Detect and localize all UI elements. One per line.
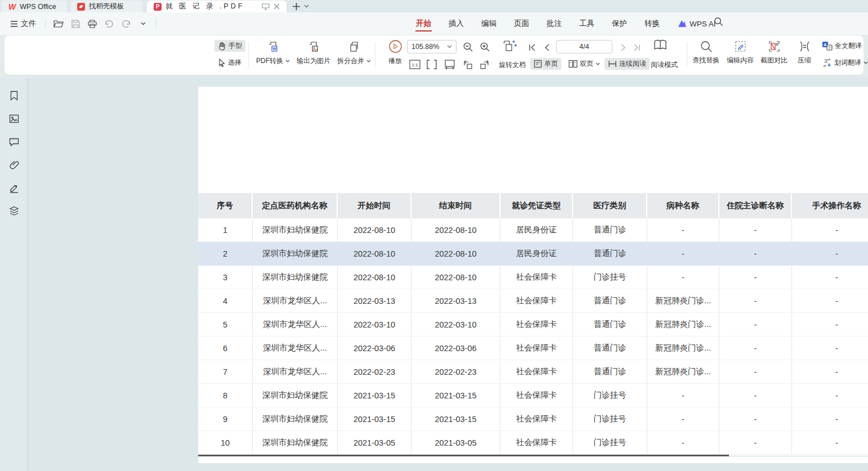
- wps-pdf-window: W WPS Office 找稻壳模板 P 就 医 记 录 .PDF: [0, 0, 868, 471]
- last-page-button[interactable]: [630, 41, 643, 53]
- rotate-right-icon[interactable]: [478, 58, 491, 70]
- zoom-out-button[interactable]: [462, 41, 474, 53]
- table-row[interactable]: 3深圳市妇幼保健院2022-08-102022-08-10社会保障卡门诊挂号--…: [198, 266, 868, 289]
- table-row[interactable]: 7深圳市龙华区人...2022-02-232022-02-23社会保障卡普通门诊…: [198, 360, 868, 384]
- find-replace-button[interactable]: 查找替换: [689, 55, 723, 66]
- file-menu-button[interactable]: 文件: [7, 16, 39, 31]
- thumbnail-icon[interactable]: [6, 112, 22, 125]
- compress-button[interactable]: 压缩: [794, 55, 815, 66]
- menu-tab-annotate[interactable]: 批注: [546, 14, 562, 34]
- tab-docer-templates[interactable]: 找稻壳模板: [70, 1, 142, 12]
- redo-button[interactable]: [119, 17, 133, 30]
- comment-icon[interactable]: [6, 135, 22, 149]
- attachment-icon[interactable]: [6, 158, 22, 172]
- zoom-level-select[interactable]: 105.88%: [407, 40, 457, 53]
- single-page-icon: [534, 60, 542, 68]
- table-cell: 门诊挂号: [573, 384, 647, 407]
- menu-tab-insert[interactable]: 插入: [448, 14, 464, 34]
- signature-pen-icon[interactable]: [6, 181, 22, 195]
- table-cell: 居民身份证: [500, 242, 573, 266]
- replace-pages-icon[interactable]: [501, 39, 518, 53]
- column-header: 开始时间: [338, 193, 411, 218]
- tab-document-active[interactable]: P 就 医 记 录 .PDF: [147, 1, 287, 12]
- divider: [45, 19, 46, 29]
- menu-tab-convert[interactable]: 转换: [644, 14, 660, 34]
- table-cell: -: [647, 218, 719, 242]
- fit-page-button[interactable]: [444, 58, 456, 70]
- double-page-button[interactable]: 双页: [565, 58, 603, 70]
- full-translate-button[interactable]: A字 全文翻译: [818, 40, 865, 52]
- close-tab-icon[interactable]: [274, 3, 280, 10]
- tab-wps-home[interactable]: W WPS Office: [2, 1, 67, 12]
- menu-tab-page[interactable]: 页面: [513, 14, 530, 34]
- menu-tab-edit[interactable]: 编辑: [481, 14, 497, 34]
- wps-ai-button[interactable]: WPS AI: [678, 20, 716, 28]
- screenshot-compare-icon: [768, 40, 781, 53]
- table-cell: -: [792, 266, 868, 289]
- new-tab-button[interactable]: [292, 2, 301, 11]
- tab-list-chevron-icon[interactable]: [304, 5, 309, 8]
- table-cell: 2022-03-06: [411, 337, 500, 360]
- table-body: 1深圳市妇幼保健院2022-08-102022-08-10居民身份证普通门诊--…: [198, 218, 868, 455]
- zoom-in-button[interactable]: [478, 41, 491, 53]
- pdf-convert-label: PDF转换: [256, 56, 283, 66]
- table-cell: 2022-03-13: [338, 289, 411, 313]
- table-row[interactable]: 5深圳市龙华区人...2022-03-102022-03-10社会保障卡普通门诊…: [198, 313, 868, 337]
- save-button[interactable]: [68, 17, 83, 30]
- previous-page-button[interactable]: [540, 41, 553, 53]
- quick-access-chevron-icon[interactable]: [136, 17, 150, 30]
- select-tool-button[interactable]: 选择: [214, 57, 245, 69]
- layers-icon[interactable]: [6, 204, 22, 218]
- read-mode-button[interactable]: 阅读模式: [647, 59, 681, 71]
- play-label: 播放: [388, 56, 402, 66]
- cursor-arrow-icon: [218, 59, 226, 67]
- table-cell: -: [792, 337, 868, 360]
- table-row[interactable]: 10深圳市妇幼保健院2021-03-052021-03-05社会保障卡门诊挂号-…: [198, 431, 868, 455]
- screenshot-compare-button[interactable]: 截图对比: [757, 55, 791, 66]
- table-row[interactable]: 1深圳市妇幼保健院2022-08-102022-08-10居民身份证普通门诊--…: [198, 218, 868, 242]
- table-cell: 8: [198, 384, 253, 407]
- single-page-button[interactable]: 单页: [530, 58, 561, 70]
- table-cell: -: [792, 384, 868, 407]
- actual-size-button[interactable]: 1:1: [409, 58, 421, 70]
- column-header: 就诊凭证类型: [500, 193, 573, 218]
- undo-button[interactable]: [102, 17, 117, 30]
- table-row[interactable]: 2深圳市妇幼保健院2022-08-102022-08-10居民身份证普通门诊--…: [198, 242, 868, 266]
- menu-tab-tools[interactable]: 工具: [579, 14, 595, 34]
- word-translate-icon: 文A: [822, 58, 832, 68]
- next-page-button[interactable]: [617, 41, 629, 53]
- table-row[interactable]: 8深圳市妇幼保健院2021-03-152021-03-15社会保障卡门诊挂号--…: [198, 384, 868, 407]
- document-title: 就 医 记 录 .PDF: [165, 2, 258, 11]
- hand-tool-button[interactable]: 手型: [214, 40, 245, 52]
- rotate-left-icon[interactable]: [462, 58, 474, 70]
- document-viewport[interactable]: 序号定点医药机构名称开始时间结束时间就诊凭证类型医疗类别病种名称住院主诊断名称手…: [28, 78, 868, 471]
- print-button[interactable]: [85, 17, 100, 30]
- split-merge-button[interactable]: 拆分合并: [334, 55, 374, 67]
- rotate-document-button[interactable]: 旋转文档: [495, 59, 529, 71]
- table-row[interactable]: 9深圳市妇幼保健院2021-03-152021-03-15社会保障卡门诊挂号--…: [198, 407, 868, 431]
- export-image-button[interactable]: 输出为图片: [293, 55, 334, 67]
- continuous-read-label: 连续阅读: [619, 59, 646, 69]
- edit-content-button[interactable]: 编辑内容: [723, 55, 757, 66]
- bookmark-icon[interactable]: [6, 89, 22, 102]
- page-number-input[interactable]: 4/4: [556, 40, 612, 53]
- open-file-button[interactable]: [51, 17, 66, 30]
- fit-width-button[interactable]: [426, 58, 438, 70]
- word-translate-button[interactable]: 文A 划词翻译: [818, 57, 868, 69]
- monitor-icon[interactable]: [262, 3, 270, 10]
- first-page-button[interactable]: [526, 41, 538, 53]
- pdf-convert-icon: W: [266, 40, 280, 53]
- find-replace-icon: [700, 40, 713, 53]
- search-icon[interactable]: [714, 17, 723, 26]
- menu-tab-protect[interactable]: 保护: [611, 14, 628, 34]
- table-row[interactable]: 6深圳市龙华区人...2022-03-062022-03-06社会保障卡普通门诊…: [198, 337, 868, 360]
- continuous-read-icon: [608, 60, 617, 68]
- table-cell: -: [719, 431, 792, 455]
- continuous-read-button[interactable]: 连续阅读: [605, 58, 650, 70]
- play-button[interactable]: 播放: [385, 55, 405, 67]
- table-cell: 新冠肺炎门诊...: [647, 360, 719, 384]
- menu-tab-home[interactable]: 开始: [415, 14, 432, 34]
- table-row[interactable]: 4深圳市龙华区人...2022-03-132022-03-13社会保障卡普通门诊…: [198, 289, 868, 313]
- double-page-icon: [569, 60, 578, 68]
- pdf-convert-button[interactable]: PDF转换: [253, 55, 293, 67]
